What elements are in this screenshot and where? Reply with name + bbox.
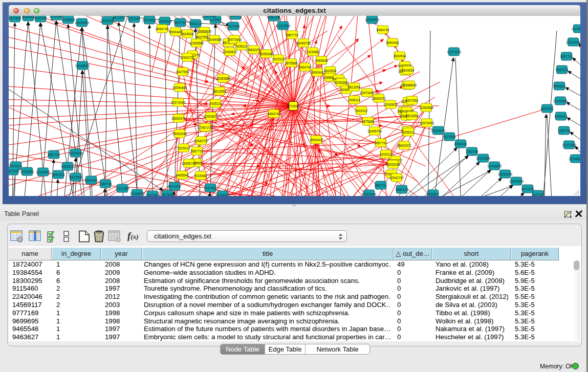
svg-text:9857791: 9857791	[191, 149, 204, 153]
svg-text:1615112: 1615112	[380, 152, 393, 156]
svg-text:9660124: 9660124	[556, 68, 569, 72]
svg-text:12093872: 12093872	[223, 50, 237, 54]
svg-text:12213369: 12213369	[276, 24, 291, 28]
svg-text:12942737: 12942737	[389, 176, 404, 180]
svg-text:8471676: 8471676	[113, 16, 125, 19]
svg-text:10973493: 10973493	[171, 101, 186, 104]
svg-text:8990443: 8990443	[22, 16, 35, 19]
svg-text:9660124: 9660124	[189, 22, 202, 26]
svg-text:12093872: 12093872	[204, 115, 219, 118]
svg-text:9115460: 9115460	[194, 174, 207, 178]
svg-text:10973493: 10973493	[420, 121, 434, 125]
svg-text:17957275: 17957275	[198, 126, 213, 129]
svg-text:8454749: 8454749	[156, 27, 169, 31]
svg-text:2935114: 2935114	[235, 45, 248, 48]
svg-text:9857791: 9857791	[560, 55, 573, 58]
svg-text:8454749: 8454749	[299, 65, 312, 69]
svg-text:20206561: 20206561	[142, 18, 157, 22]
svg-text:19166825: 19166825	[569, 157, 580, 161]
svg-text:18724007: 18724007	[286, 104, 301, 108]
svg-text:2935114: 2935114	[402, 130, 415, 134]
svg-text:2935114: 2935114	[209, 102, 222, 105]
svg-text:8813054: 8813054	[213, 90, 226, 93]
svg-text:26053346: 26053346	[172, 132, 187, 136]
svg-text:3875685: 3875685	[285, 61, 298, 65]
svg-text:19166825: 19166825	[75, 64, 90, 68]
svg-text:10973493: 10973493	[360, 91, 375, 95]
svg-text:8813054: 8813054	[406, 114, 419, 118]
svg-text:22420046: 22420046	[431, 129, 446, 133]
svg-text:14099489: 14099489	[172, 86, 187, 90]
svg-text:1615112: 1615112	[272, 57, 285, 61]
svg-text:12093872: 12093872	[383, 103, 398, 106]
svg-text:9327508: 9327508	[227, 25, 240, 28]
svg-text:19166825: 19166825	[130, 192, 145, 195]
svg-text:15495796: 15495796	[182, 162, 197, 165]
svg-text:9327508: 9327508	[443, 135, 456, 139]
svg-text:19166825: 19166825	[487, 164, 502, 168]
svg-text:15692971: 15692971	[397, 144, 412, 147]
svg-text:8990443: 8990443	[454, 142, 467, 146]
svg-text:16033409: 16033409	[498, 172, 513, 176]
svg-text:9463627: 9463627	[427, 192, 440, 196]
svg-text:3875685: 3875685	[362, 120, 375, 123]
svg-text:8990443: 8990443	[310, 138, 323, 142]
svg-text:9857791: 9857791	[375, 184, 387, 187]
svg-text:8427552: 8427552	[177, 70, 189, 74]
svg-text:12213369: 12213369	[562, 143, 577, 147]
svg-text:16033409: 16033409	[365, 18, 380, 21]
svg-text:8990443: 8990443	[311, 71, 324, 74]
svg-text:9327508: 9327508	[70, 176, 82, 179]
svg-text:1615112: 1615112	[178, 146, 190, 150]
svg-text:9465546: 9465546	[176, 173, 189, 177]
svg-text:15692971: 15692971	[171, 117, 186, 120]
svg-text:9227342: 9227342	[9, 169, 19, 173]
svg-text:20206561: 20206561	[215, 193, 230, 196]
svg-text:12353584: 12353584	[419, 106, 434, 110]
svg-text:15495796: 15495796	[367, 129, 382, 133]
svg-text:3624534: 3624534	[181, 32, 194, 36]
svg-text:12923446: 12923446	[566, 40, 580, 44]
svg-text:10973493: 10973493	[447, 50, 462, 54]
svg-text:26053346: 26053346	[386, 163, 401, 166]
svg-text:12942737: 12942737	[194, 139, 209, 143]
svg-text:22420046: 22420046	[553, 99, 568, 103]
svg-text:8471676: 8471676	[521, 187, 534, 191]
svg-text:9857791: 9857791	[174, 21, 187, 25]
svg-text:10973493: 10973493	[509, 180, 524, 183]
svg-text:10973493: 10973493	[100, 19, 115, 23]
svg-text:3624534: 3624534	[394, 54, 406, 58]
svg-text:16033409: 16033409	[75, 21, 90, 25]
svg-text:9463627: 9463627	[553, 84, 566, 88]
svg-text:12213369: 12213369	[476, 157, 491, 160]
svg-text:12923446: 12923446	[36, 170, 51, 174]
svg-text:16033409: 16033409	[145, 193, 160, 196]
svg-text:22420046: 22420046	[202, 16, 216, 18]
svg-text:8813054: 8813054	[348, 85, 361, 89]
svg-text:9857791: 9857791	[375, 141, 387, 145]
svg-text:10688609: 10688609	[402, 83, 417, 87]
svg-text:15692971: 15692971	[247, 48, 262, 52]
svg-text:12353584: 12353584	[334, 81, 349, 84]
svg-text:8454749: 8454749	[377, 28, 389, 32]
svg-text:3624534: 3624534	[402, 69, 415, 72]
svg-text:1080748: 1080748	[466, 150, 478, 154]
svg-text:8990443: 8990443	[386, 41, 399, 45]
svg-text:9327508: 9327508	[541, 107, 554, 111]
svg-text:8990443: 8990443	[555, 115, 568, 118]
svg-text:9660124: 9660124	[52, 173, 65, 177]
svg-text:3624534: 3624534	[324, 69, 337, 73]
svg-text:10973493: 10973493	[160, 193, 175, 196]
svg-text:12923446: 12923446	[158, 19, 172, 23]
svg-text:8471676: 8471676	[168, 185, 181, 188]
svg-text:8427552: 8427552	[406, 99, 419, 102]
svg-text:9115460: 9115460	[307, 50, 319, 54]
svg-text:9463627: 9463627	[61, 165, 74, 168]
svg-text:12213369: 12213369	[115, 187, 130, 190]
svg-text:1080748: 1080748	[558, 129, 571, 133]
svg-text:9227342: 9227342	[128, 17, 141, 20]
svg-text:2935114: 2935114	[348, 98, 361, 102]
svg-text:26053346: 26053346	[259, 52, 274, 56]
svg-text:14099489: 14099489	[207, 38, 222, 41]
svg-text:9227342: 9227342	[204, 186, 217, 190]
